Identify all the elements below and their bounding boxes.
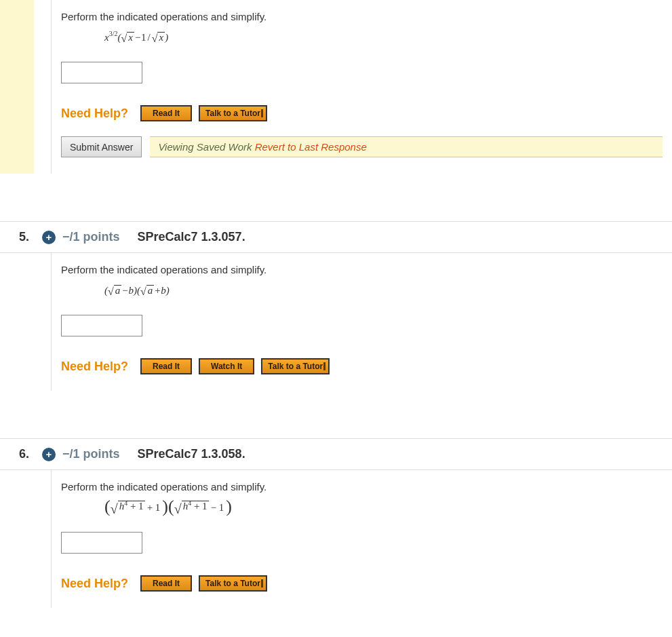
talk-to-tutor-button[interactable]: Talk to a Tutor xyxy=(261,358,330,374)
math-expression: ( √h4 + 1 + 1 )( √h4 + 1 − 1 ) xyxy=(104,497,663,518)
read-it-button[interactable]: Read It xyxy=(140,358,192,374)
expand-icon[interactable]: + xyxy=(42,231,56,244)
talk-to-tutor-button[interactable]: Talk to a Tutor xyxy=(199,105,267,121)
answer-input[interactable] xyxy=(61,62,142,83)
question-source: SPreCalc7 1.3.057. xyxy=(138,230,245,244)
points-label: −/1 points xyxy=(62,447,120,461)
question-instruction: Perform the indicated operations and sim… xyxy=(61,264,663,275)
question-instruction: Perform the indicated operations and sim… xyxy=(61,481,663,493)
read-it-button[interactable]: Read It xyxy=(140,105,192,121)
highlight-bar xyxy=(0,0,34,174)
answer-input[interactable] xyxy=(61,315,142,336)
expand-icon[interactable]: + xyxy=(42,448,56,461)
talk-to-tutor-button[interactable]: Talk to a Tutor xyxy=(199,575,267,592)
question-source: SPreCalc7 1.3.058. xyxy=(138,447,245,461)
submit-answer-button[interactable]: Submit Answer xyxy=(61,136,142,157)
question-instruction: Perform the indicated operations and sim… xyxy=(61,11,663,22)
read-it-button[interactable]: Read It xyxy=(140,575,192,592)
watch-it-button[interactable]: Watch It xyxy=(199,358,254,374)
math-expression: (√a − b)(√a + b) xyxy=(104,279,663,301)
math-expression: x3/2(√x − 1/√x) xyxy=(104,26,663,48)
answer-input[interactable] xyxy=(61,532,142,554)
revert-link[interactable]: Revert to Last Response xyxy=(255,141,367,153)
need-help-label: Need Help? xyxy=(61,107,128,121)
need-help-label: Need Help? xyxy=(61,577,128,591)
question-number: 6. xyxy=(19,447,35,461)
saved-work-notice: Viewing Saved Work Revert to Last Respon… xyxy=(150,136,663,157)
question-header: 6. + −/1 points SPreCalc7 1.3.058. xyxy=(0,439,672,470)
question-number: 5. xyxy=(19,230,35,244)
question-header: 5. + −/1 points SPreCalc7 1.3.057. xyxy=(0,222,672,253)
points-label: −/1 points xyxy=(62,230,120,244)
need-help-label: Need Help? xyxy=(61,360,128,374)
